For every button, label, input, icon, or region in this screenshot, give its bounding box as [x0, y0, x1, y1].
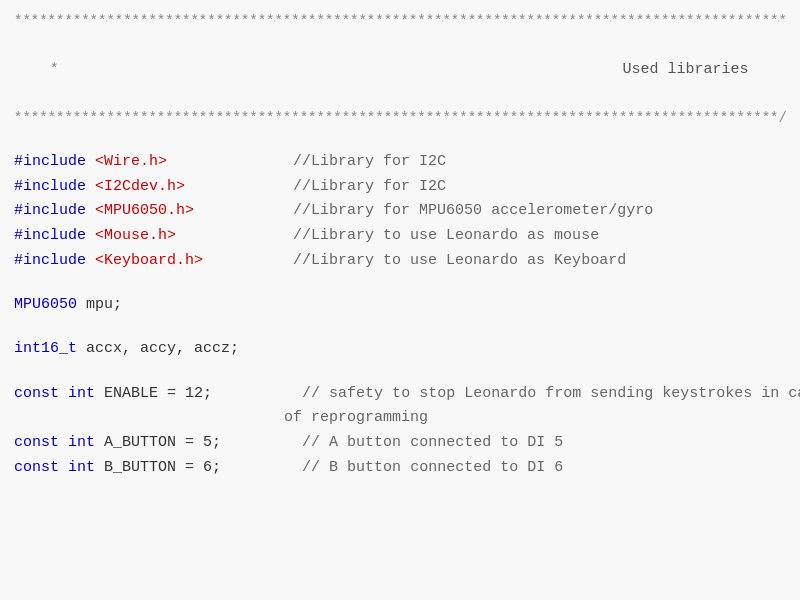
type-int16: int16_t: [14, 340, 77, 357]
decl-acc: int16_t accx, accy, accz;: [14, 337, 786, 362]
comment-abutton: // A button connected to DI 5: [302, 434, 563, 451]
kw-int-2: int: [68, 434, 95, 451]
var-abutton: A_BUTTON = 5;: [104, 434, 221, 451]
code-container: ****************************************…: [0, 0, 800, 491]
comment-mpu6050: //Library for MPU6050 accelerometer/gyro: [293, 202, 653, 219]
blank-2: [14, 274, 786, 294]
header-border-bottom: ****************************************…: [14, 107, 786, 130]
include-wire: #include <Wire.h> //Library for I2C: [14, 150, 786, 175]
blank-4: [14, 362, 786, 382]
const-enable-cont: of reprogramming: [14, 406, 786, 431]
type-mpu6050: MPU6050: [14, 296, 77, 313]
decl-mpu: MPU6050 mpu;: [14, 293, 786, 318]
kw-const-1: const: [14, 385, 59, 402]
var-acc: accx, accy, accz;: [86, 340, 239, 357]
const-enable: const int ENABLE = 12; // safety to stop…: [14, 382, 786, 407]
lib-wire: <Wire.h>: [95, 153, 167, 170]
kw-include-2: #include: [14, 178, 86, 195]
include-keyboard: #include <Keyboard.h> //Library to use L…: [14, 249, 786, 274]
comment-enable: // safety to stop Leonardo from sending …: [302, 385, 800, 402]
header-title-line: * Used libraries: [14, 33, 786, 107]
lib-mpu6050: <MPU6050.h>: [95, 202, 194, 219]
kw-include-5: #include: [14, 252, 86, 269]
lib-i2cdev: <I2Cdev.h>: [95, 178, 185, 195]
lib-keyboard: <Keyboard.h>: [95, 252, 203, 269]
blank-3: [14, 318, 786, 338]
kw-const-2: const: [14, 434, 59, 451]
kw-const-3: const: [14, 459, 59, 476]
header-title: Used libraries: [58, 61, 800, 78]
kw-include-4: #include: [14, 227, 86, 244]
var-enable: ENABLE = 12;: [104, 385, 212, 402]
include-mpu6050: #include <MPU6050.h> //Library for MPU60…: [14, 199, 786, 224]
kw-int-3: int: [68, 459, 95, 476]
comment-mouse: //Library to use Leonardo as mouse: [293, 227, 599, 244]
const-abutton: const int A_BUTTON = 5; // A button conn…: [14, 431, 786, 456]
lib-mouse: <Mouse.h>: [95, 227, 176, 244]
var-bbutton: B_BUTTON = 6;: [104, 459, 221, 476]
comment-bbutton: // B button connected to DI 6: [302, 459, 563, 476]
header-border-top: ****************************************…: [14, 10, 786, 33]
kw-include-3: #include: [14, 202, 86, 219]
comment-enable-cont: of reprogramming: [284, 409, 428, 426]
kw-int-1: int: [68, 385, 95, 402]
comment-i2cdev: //Library for I2C: [293, 178, 446, 195]
kw-include-1: #include: [14, 153, 86, 170]
var-mpu: mpu;: [86, 296, 122, 313]
include-mouse: #include <Mouse.h> //Library to use Leon…: [14, 224, 786, 249]
comment-wire: //Library for I2C: [293, 153, 446, 170]
const-bbutton: const int B_BUTTON = 6; // B button conn…: [14, 456, 786, 481]
blank-1: [14, 130, 786, 150]
include-i2cdev: #include <I2Cdev.h> //Library for I2C: [14, 175, 786, 200]
comment-keyboard: //Library to use Leonardo as Keyboard: [293, 252, 626, 269]
